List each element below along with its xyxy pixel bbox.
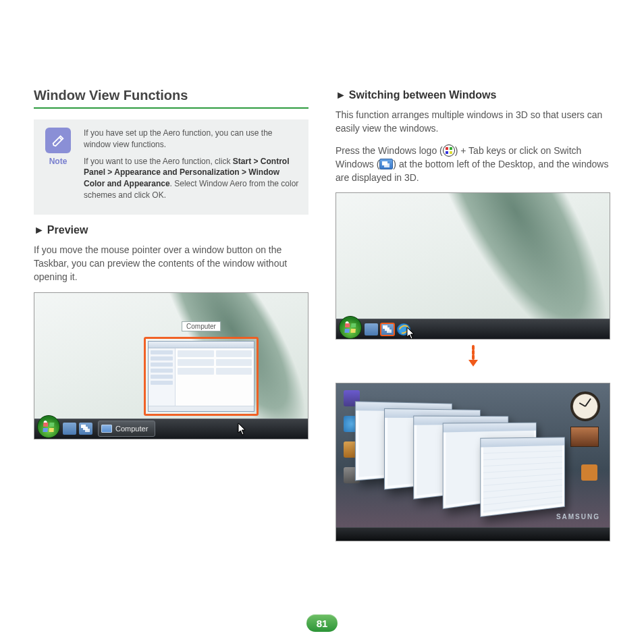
switch-taskbar-screenshot — [336, 192, 610, 340]
cursor-icon — [406, 327, 416, 340]
taskbar — [336, 319, 610, 339]
preview-body: If you move the mouse pointer over a win… — [34, 243, 308, 284]
taskbar-thumbnail: Computer — [144, 337, 259, 416]
switch-windows-inline-icon — [379, 159, 393, 169]
cursor-icon — [238, 423, 247, 436]
taskbar: Computer — [34, 419, 308, 439]
computer-icon — [101, 425, 112, 433]
windows-logo-icon — [443, 144, 455, 157]
note-text-2: If you want to use the Aero function, cl… — [84, 156, 300, 201]
switching-body-2: Press the Windows logo () + Tab keys or … — [336, 144, 610, 185]
section-title: Window View Functions — [34, 88, 308, 109]
preview-heading: ►Preview — [34, 224, 308, 236]
switch-windows-icon[interactable] — [79, 423, 92, 435]
show-desktop-icon[interactable] — [63, 423, 76, 435]
brand-watermark: SAMSUNG — [556, 513, 600, 520]
triangle-icon: ► — [34, 224, 45, 236]
note-box: Note If you have set up the Aero functio… — [34, 119, 308, 215]
flip3d-screenshot: SAMSUNG — [336, 383, 610, 541]
preview-screenshot: Computer Computer — [34, 292, 308, 439]
show-desktop-icon[interactable] — [365, 323, 378, 336]
down-arrow-icon — [336, 345, 610, 371]
page-number-badge: 81 — [306, 614, 338, 632]
note-pencil-icon — [45, 128, 71, 153]
switching-heading: ►Switching between Windows — [336, 89, 610, 101]
switch-windows-icon[interactable] — [381, 323, 394, 336]
start-button-icon[interactable] — [339, 316, 362, 339]
triangle-icon: ► — [336, 89, 346, 101]
thumbnail-tooltip: Computer — [182, 321, 221, 331]
taskbar — [336, 527, 610, 541]
note-text-1: If you have set up the Aero function, yo… — [84, 128, 300, 151]
switching-body-1: This function arranges multiple windows … — [336, 108, 610, 136]
taskbar-button-computer[interactable]: Computer — [98, 421, 155, 437]
note-label: Note — [42, 156, 74, 167]
start-button-icon[interactable] — [37, 415, 60, 438]
